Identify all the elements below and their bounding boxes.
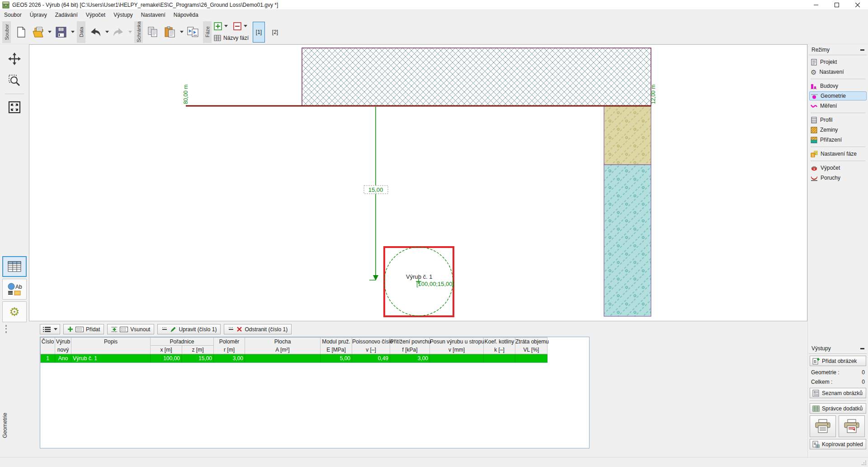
drawing-canvas[interactable]: 80,00 m 12,00 m 15,00 Výrub č. 1 [100,00…: [29, 44, 807, 321]
col-header-poisson[interactable]: Poissonovo číslov [–]: [352, 338, 390, 354]
mode-zeminy[interactable]: Zeminy: [809, 125, 867, 134]
edit-row-button[interactable]: Upravit (číslo 1): [157, 324, 221, 334]
delete-x-icon: [236, 326, 242, 332]
phase-1-button[interactable]: [1]: [253, 22, 265, 43]
col-header-modul[interactable]: Modul pruž.E [MPa]: [321, 338, 352, 354]
mode-poruchy[interactable]: Poruchy: [809, 173, 867, 182]
col-header-posun[interactable]: Posun výrubu u stropuv [mm]: [430, 338, 484, 354]
chevron-down-icon: [128, 31, 132, 33]
collapse-panel-button[interactable]: [860, 348, 864, 349]
chevron-down-icon: [105, 31, 109, 33]
move-tool-button[interactable]: [4, 49, 25, 69]
close-icon: [855, 3, 860, 7]
visualization-settings-button[interactable]: ⚙: [2, 301, 27, 322]
save-dropdown[interactable]: [70, 22, 75, 42]
menu-zadavani[interactable]: Zadávání: [51, 10, 82, 20]
pages-compare-icon: [186, 26, 200, 38]
redo-icon: [112, 26, 125, 38]
chevron-down-icon: [224, 25, 228, 27]
mode-geometrie[interactable]: Geometrie: [809, 91, 867, 100]
remove-row-button[interactable]: Odstranit (číslo 1): [224, 324, 292, 334]
add-row-button[interactable]: Přidat: [63, 324, 104, 334]
col-header-cislo[interactable]: Číslo: [41, 338, 55, 354]
mode-nastaveni-faze[interactable]: 2 1 Nastavení fáze: [809, 149, 867, 158]
list-menu-button[interactable]: [40, 324, 60, 334]
add-phase-icon[interactable]: [214, 22, 222, 30]
table-view-button[interactable]: [2, 256, 27, 277]
picture-list-icon: B: [812, 390, 820, 397]
close-button[interactable]: [847, 0, 868, 10]
collapse-panel-button[interactable]: [860, 49, 864, 51]
mode-nastaveni[interactable]: ⚙ Nastavení: [809, 67, 867, 76]
divider: [809, 55, 867, 55]
mode-budovy[interactable]: Budovy: [809, 81, 867, 91]
phase-2-button[interactable]: [2]: [269, 22, 281, 43]
col-header-plocha[interactable]: PlochaA [m²]: [245, 338, 321, 354]
toolbar-group-data-label: Data: [79, 27, 84, 37]
open-file-button[interactable]: [29, 22, 47, 42]
insert-row-button[interactable]: Vsunout: [107, 324, 154, 334]
paste-button[interactable]: [161, 22, 179, 42]
table-header: Číslo Výrubnový Popis Pořadnice x [m]z […: [41, 338, 547, 354]
mode-prirazeni[interactable]: Přiřazení: [809, 135, 867, 144]
keyboard-icon: [75, 327, 84, 332]
new-file-button[interactable]: [12, 22, 29, 42]
mode-profil[interactable]: Profil: [809, 115, 867, 124]
menu-nastaveni[interactable]: Nastavení: [137, 10, 170, 20]
undo-dropdown[interactable]: [104, 22, 110, 42]
mode-projekt[interactable]: Projekt: [809, 57, 867, 67]
col-header-popis[interactable]: Popis: [71, 338, 151, 354]
remove-phase-dropdown[interactable]: [242, 22, 248, 30]
row-marker-icon: [228, 327, 234, 332]
print-buttons-row: [810, 415, 866, 437]
menu-soubor[interactable]: Soubor: [0, 10, 26, 20]
col-header-koef[interactable]: Koef. kotlinyk [–]: [484, 338, 515, 354]
drawing-settings-button[interactable]: Ab: [2, 279, 27, 300]
col-header-vyrub-novy[interactable]: Výrubnový: [55, 338, 71, 354]
panel-grip[interactable]: [5, 325, 7, 333]
copy-button[interactable]: [144, 22, 161, 42]
menu-vypocet[interactable]: Výpočet: [82, 10, 109, 20]
copy-data-between-phases-button[interactable]: [184, 22, 202, 42]
add-phase-dropdown[interactable]: [223, 22, 229, 30]
col-header-ztrata[interactable]: Ztráta objemuVL [%]: [515, 338, 547, 354]
copy-view-button[interactable]: B Kopírovat pohled: [810, 439, 866, 449]
mode-vypocet[interactable]: Výpočet: [809, 163, 867, 172]
table-row[interactable]: 1 Ano Výrub č. 1 100,00 15,00 3,00 5,00 …: [41, 354, 547, 363]
menu-vystupy[interactable]: Výstupy: [109, 10, 137, 20]
fit-view-button[interactable]: [4, 97, 25, 117]
col-header-poradnice[interactable]: Pořadnice x [m]z [m]: [151, 338, 214, 354]
print-document-button[interactable]: [810, 415, 836, 437]
left-toolbar: Ab ⚙ Geometrie: [0, 44, 29, 457]
phase-names-button[interactable]: Názvy fází: [214, 33, 249, 43]
remove-phase-icon[interactable]: [233, 22, 241, 30]
right-dimension: 12,00 m: [650, 85, 656, 104]
col-header-polomer[interactable]: Poloměrr [m]: [214, 338, 245, 354]
addin-manager-button[interactable]: Správce dodatků: [810, 403, 866, 414]
profile-icon: [811, 117, 817, 124]
gear-icon: ⚙: [9, 306, 19, 318]
redo-button[interactable]: [110, 22, 127, 42]
paste-dropdown[interactable]: [179, 22, 184, 42]
excavation-name-label: Výrub č. 1: [406, 273, 433, 280]
depth-dimension-label: 15,00: [368, 186, 383, 193]
zoom-region-tool-button[interactable]: [4, 71, 25, 91]
menu-upravy[interactable]: Úpravy: [26, 10, 51, 20]
redo-dropdown[interactable]: [127, 22, 133, 42]
mode-mereni[interactable]: Měření: [809, 101, 867, 110]
add-picture-button[interactable]: B Přidat obrázek: [810, 356, 866, 366]
maximize-button[interactable]: [826, 0, 847, 10]
total-count-row: Celkem : 0: [808, 377, 868, 386]
open-file-dropdown[interactable]: [47, 22, 52, 42]
cell-popis: Výrub č. 1: [71, 354, 151, 362]
col-header-pritizeni[interactable]: Přitížení povrchuf [kPa]: [390, 338, 430, 354]
resize-grip-icon[interactable]: [861, 460, 867, 466]
mode-label: Geometrie: [821, 93, 846, 99]
minimize-button[interactable]: [806, 0, 826, 10]
undo-button[interactable]: [87, 22, 104, 42]
print-log-button[interactable]: [839, 415, 865, 437]
save-button[interactable]: [52, 22, 70, 42]
menu-napoveda[interactable]: Nápověda: [170, 10, 203, 20]
right-panel: Režimy Projekt ⚙ Nastavení Budovy: [807, 44, 868, 457]
picture-list-button[interactable]: B Seznam obrázků: [810, 388, 866, 398]
